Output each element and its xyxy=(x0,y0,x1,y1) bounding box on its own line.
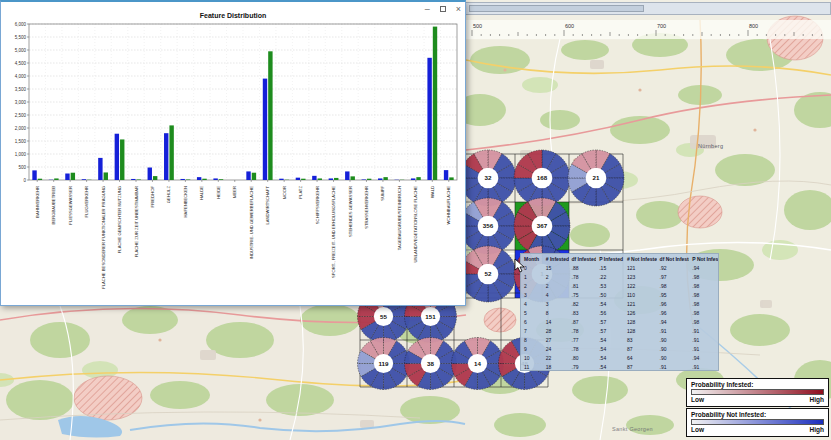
feature-distribution-window[interactable]: – × Feature Distribution 05001,0001,5002… xyxy=(0,0,466,306)
svg-text:WALD: WALD xyxy=(430,186,435,198)
legend-high-label: High xyxy=(810,426,824,433)
svg-text:HAFENBECKEN: HAFENBECKEN xyxy=(183,186,188,217)
table-cell: 4 xyxy=(543,291,569,300)
svg-text:600: 600 xyxy=(565,23,574,29)
table-cell: .57 xyxy=(596,318,624,327)
table-cell: .50 xyxy=(596,291,624,300)
table-cell: .91 xyxy=(657,363,690,372)
table-cell: .54 xyxy=(596,363,624,372)
table-cell: .53 xyxy=(596,282,624,291)
table-cell: .90 xyxy=(657,336,690,345)
table-cell: .91 xyxy=(689,363,718,372)
table-row: 015.88.15121.92.94 xyxy=(521,264,718,273)
table-cell: 87 xyxy=(624,345,657,354)
table-cell: .96 xyxy=(657,300,690,309)
table-cell: .81 xyxy=(569,282,597,291)
table-cell: .98 xyxy=(657,282,690,291)
svg-text:HEIDE: HEIDE xyxy=(216,186,221,199)
svg-text:500: 500 xyxy=(473,23,482,29)
table-row: 22.81.53122.98.98 xyxy=(521,282,718,291)
svg-text:STRASSENVERKEHR: STRASSENVERKEHR xyxy=(364,186,369,229)
table-cell: .94 xyxy=(689,264,718,273)
table-cell: .57 xyxy=(596,327,624,336)
table-cell: 123 xyxy=(624,273,657,282)
table-cell: .92 xyxy=(657,264,690,273)
legend-probability-not-infested: Probability Not Infested: Low High xyxy=(686,408,829,437)
table-row: 924.78.5487.90.91 xyxy=(521,345,718,354)
svg-text:0: 0 xyxy=(23,178,26,183)
svg-text:SPORT-, FREIZEIT- UND ERHOLUNG: SPORT-, FREIZEIT- UND ERHOLUNGSFLÄCHE xyxy=(331,186,336,278)
infestation-results-table[interactable]: Month# Infesteddf InfestedP Infested# No… xyxy=(520,253,719,371)
table-cell: 128 xyxy=(624,327,657,336)
table-cell: .90 xyxy=(657,354,690,363)
legend-title: Probability Not Infested: xyxy=(691,411,824,418)
svg-text:FLIESSGEWÄSSER: FLIESSGEWÄSSER xyxy=(68,186,73,225)
table-cell: .78 xyxy=(569,273,597,282)
table-cell: .75 xyxy=(569,291,597,300)
table-header-cell: P Infested xyxy=(596,254,624,264)
svg-text:FRIEDHOF: FRIEDHOF xyxy=(150,186,155,208)
legend-high-label: High xyxy=(810,396,824,403)
table-header-cell: # Infested xyxy=(543,254,569,264)
scrollbar-thumb[interactable] xyxy=(469,5,644,12)
mouse-cursor xyxy=(514,258,526,274)
table-cell: 121 xyxy=(624,300,657,309)
table-cell: .95 xyxy=(657,291,690,300)
table-cell: .22 xyxy=(596,273,624,282)
table-cell: .54 xyxy=(596,345,624,354)
table-header-row: Month# Infesteddf InfestedP Infested# No… xyxy=(521,254,718,264)
table-cell: .98 xyxy=(689,300,718,309)
legend-probability-infested: Probability Infested: Low High xyxy=(686,378,829,407)
legend-gradient-bar-blue xyxy=(691,419,824,425)
table-cell: 1 xyxy=(521,273,543,282)
svg-text:1,000: 1,000 xyxy=(15,152,27,157)
table-cell: .87 xyxy=(569,318,597,327)
table-cell: .83 xyxy=(569,309,597,318)
svg-text:WOHNBAUFLÄCHE: WOHNBAUFLÄCHE xyxy=(446,186,451,225)
legend-low-label: Low xyxy=(691,426,704,433)
table-row: 34.75.50110.95.98 xyxy=(521,291,718,300)
table-cell: .78 xyxy=(569,345,597,354)
table-cell: 83 xyxy=(624,336,657,345)
table-cell: 8 xyxy=(521,336,543,345)
table-cell: .98 xyxy=(689,309,718,318)
table-cell: .77 xyxy=(569,336,597,345)
svg-text:LANDWIRTSCHAFT: LANDWIRTSCHAFT xyxy=(265,186,270,225)
svg-text:1,500: 1,500 xyxy=(15,139,27,144)
svg-text:PLATZ: PLATZ xyxy=(298,186,303,199)
legend-gradient-bar-red xyxy=(691,389,824,395)
table-row: 827.77.5483.90.91 xyxy=(521,336,718,345)
svg-text:SUMPF: SUMPF xyxy=(380,186,385,201)
table-cell: 11 xyxy=(521,363,543,372)
svg-text:800: 800 xyxy=(749,23,758,29)
table-row: 58.83.56126.96.98 xyxy=(521,309,718,318)
table-cell: 5 xyxy=(521,309,543,318)
feature-distribution-chart: 05001,0001,5002,0002,5003,0003,5004,0004… xyxy=(1,16,467,308)
table-cell: 9 xyxy=(521,345,543,354)
map-label-city: Nürnberg xyxy=(698,143,723,149)
table-cell: .54 xyxy=(596,300,624,309)
horizontal-scrollbar[interactable] xyxy=(462,2,831,15)
table-cell: 28 xyxy=(543,327,569,336)
svg-text:STEHENDES GEWÄSSER: STEHENDES GEWÄSSER xyxy=(348,186,353,237)
table-cell: 2 xyxy=(543,282,569,291)
table-row: 12.78.22123.97.98 xyxy=(521,273,718,282)
table-cell: 2 xyxy=(543,273,569,282)
table-cell: 24 xyxy=(543,345,569,354)
svg-text:2,500: 2,500 xyxy=(15,113,27,118)
table-cell: .94 xyxy=(657,318,690,327)
svg-text:FLÄCHE ZUR ZEIT UNBESTIMMBAR: FLÄCHE ZUR ZEIT UNBESTIMMBAR xyxy=(134,186,139,257)
table-cell: 22 xyxy=(543,354,569,363)
table-cell: .79 xyxy=(569,363,597,372)
svg-text:FLÄCHE GEMISCHTER NUTZUNG: FLÄCHE GEMISCHTER NUTZUNG xyxy=(117,186,122,253)
table-cell: .96 xyxy=(657,309,690,318)
map-label-place: Sankt Georgen xyxy=(612,426,653,432)
svg-text:BAHNVERKEHR: BAHNVERKEHR xyxy=(35,186,40,218)
table-cell: .88 xyxy=(569,264,597,273)
svg-text:FLUGVERKEHR: FLUGVERKEHR xyxy=(84,186,89,217)
table-cell: 3 xyxy=(521,291,543,300)
svg-text:700: 700 xyxy=(657,23,666,29)
svg-text:SCHIFFSVERKEHR: SCHIFFSVERKEHR xyxy=(315,186,320,224)
table-cell: .94 xyxy=(689,354,718,363)
table-cell: 8 xyxy=(543,309,569,318)
